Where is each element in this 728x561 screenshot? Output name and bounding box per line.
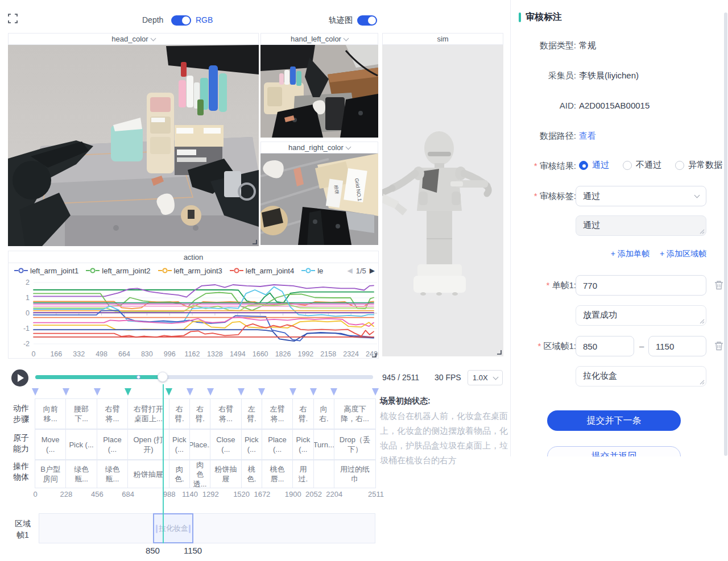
result-radio-异常数据[interactable]: 异常数据: [675, 160, 722, 171]
step-cell[interactable]: 右臂.: [292, 398, 313, 429]
step-cell[interactable]: 桃色.: [241, 460, 262, 488]
step-cell[interactable]: 左臂.: [241, 398, 262, 429]
step-cell[interactable]: 腰部下...: [65, 398, 97, 429]
step-cell[interactable]: Turn...: [313, 429, 334, 460]
step-cell[interactable]: Drop（丢下）: [334, 429, 376, 460]
timeline-marker-2511[interactable]: [372, 388, 379, 396]
trash-icon[interactable]: [714, 341, 723, 351]
single-frame-desc-textarea[interactable]: 放置成功: [576, 305, 706, 326]
legend-item-left_arm_joint2[interactable]: left_arm_joint2: [86, 267, 150, 275]
step-cell[interactable]: 左臂将...: [262, 398, 293, 429]
depth-rgb-toggle[interactable]: [171, 15, 191, 26]
step-cell[interactable]: Pick (...: [169, 429, 190, 460]
timeline-marker-1292[interactable]: [207, 388, 214, 396]
step-cell[interactable]: 桃色唇...: [262, 460, 293, 488]
region-block[interactable]: 拉化妆盒: [153, 513, 193, 543]
chevron-down-icon: [694, 193, 700, 198]
step-cell[interactable]: Move (...: [35, 429, 66, 460]
legend-item-le[interactable]: le: [301, 267, 323, 275]
legend-next-icon[interactable]: ▶: [370, 267, 375, 275]
hand-right-camera-title[interactable]: hand_right_color: [260, 142, 378, 153]
resize-corner-icon[interactable]: [252, 239, 257, 244]
timeline-marker-456[interactable]: [94, 388, 101, 396]
step-cell[interactable]: Pick (...: [292, 429, 313, 460]
tag-select[interactable]: 通过: [576, 186, 706, 206]
submit-back-button[interactable]: 提交并返回: [547, 446, 681, 456]
collector-label: 采集员:: [511, 70, 576, 81]
timeline-slider[interactable]: [35, 375, 373, 379]
step-cell[interactable]: 右臂将...: [97, 398, 128, 429]
step-cell[interactable]: [313, 460, 334, 488]
data-path-link[interactable]: 查看: [579, 131, 596, 142]
step-cell[interactable]: 用过的纸巾: [334, 460, 376, 488]
timeline-marker-2204[interactable]: [330, 388, 337, 396]
chart-legend: left_arm_joint1left_arm_joint2left_arm_j…: [9, 263, 378, 278]
resize-grip-icon[interactable]: [699, 379, 705, 385]
timeline-marker-2052[interactable]: [310, 388, 317, 396]
region-desc-textarea[interactable]: 拉化妆盒: [576, 366, 706, 387]
step-cell[interactable]: 绿色瓶...: [65, 460, 97, 488]
add-frame-links: + 添加单帧 + 添加区域帧: [576, 249, 706, 259]
step-cell[interactable]: Pick (...: [65, 429, 97, 460]
timeline-marker-988[interactable]: [166, 388, 172, 396]
sim-panel: sim: [382, 33, 503, 356]
head-camera-title[interactable]: head_color: [8, 33, 259, 45]
add-single-frame-link[interactable]: + 添加单帧: [611, 249, 650, 259]
step-cell[interactable]: 右臂.: [189, 398, 210, 429]
step-cell[interactable]: Close (...: [210, 429, 241, 460]
playback-speed-select[interactable]: 1.0X: [468, 370, 503, 385]
step-cell[interactable]: 肉色.: [169, 460, 190, 488]
region-end-input[interactable]: [648, 336, 706, 356]
timeline-marker-228[interactable]: [63, 388, 69, 396]
timeline-marker-684[interactable]: [125, 388, 131, 396]
resize-corner-icon[interactable]: [497, 350, 502, 355]
result-radio-通过[interactable]: 通过: [579, 160, 609, 171]
result-radio-不通过[interactable]: 不通过: [623, 160, 661, 171]
play-button[interactable]: [11, 369, 28, 387]
step-cell[interactable]: 绿色瓶...: [97, 460, 128, 488]
step-cell[interactable]: 肉色透...: [189, 460, 210, 488]
trajectory-toggle[interactable]: [357, 15, 377, 26]
trash-icon[interactable]: [714, 280, 723, 290]
submit-next-button[interactable]: 提交并下一条: [547, 410, 681, 431]
single-frame-input[interactable]: [576, 275, 706, 296]
step-cell[interactable]: 粉饼抽屉: [210, 460, 241, 488]
step-cell[interactable]: 高度下降，右...: [334, 398, 376, 429]
step-cell[interactable]: Place (...: [262, 429, 293, 460]
sim-robot-view[interactable]: [382, 45, 503, 356]
timeline-marker-0[interactable]: [32, 388, 39, 396]
step-cell[interactable]: 用过.: [292, 460, 313, 488]
region-start-input[interactable]: [576, 336, 634, 356]
legend-item-left_arm_joint1[interactable]: left_arm_joint1: [14, 267, 78, 275]
timeline-slider-handle[interactable]: [158, 372, 168, 382]
step-cell[interactable]: 右臂将...: [210, 398, 241, 429]
axis-tick-2052: 2052: [305, 490, 322, 498]
step-cell[interactable]: 向右.: [313, 398, 334, 429]
playhead-line[interactable]: [163, 384, 164, 543]
hand-left-camera-title[interactable]: hand_left_color: [260, 33, 378, 45]
axis-tick-1672: 1672: [254, 490, 270, 498]
add-region-frame-link[interactable]: + 添加区域帧: [660, 249, 706, 259]
tag-textarea[interactable]: 通过: [576, 215, 706, 236]
resize-corner-icon[interactable]: [371, 352, 377, 358]
region-right-handle[interactable]: [189, 525, 191, 533]
step-cell[interactable]: 向前移...: [35, 398, 66, 429]
timeline-marker-1672[interactable]: [258, 388, 265, 396]
timeline-marker-1520[interactable]: [238, 388, 245, 396]
region-left-handle[interactable]: [156, 525, 158, 533]
resize-grip-icon[interactable]: [699, 228, 705, 234]
step-cell[interactable]: Place..: [189, 429, 210, 460]
resize-grip-icon[interactable]: [699, 318, 705, 324]
fullscreen-icon[interactable]: [8, 14, 18, 23]
panel-scrollbar[interactable]: [724, 13, 727, 456]
step-cell[interactable]: B户型房间: [35, 460, 66, 488]
legend-item-left_arm_joint4[interactable]: left_arm_joint4: [230, 267, 294, 275]
step-cell[interactable]: 右臂.: [169, 398, 190, 429]
region-track[interactable]: 拉化妆盒: [39, 513, 375, 543]
timeline-marker-1140[interactable]: [187, 388, 193, 396]
step-cell[interactable]: Place (...: [97, 429, 128, 460]
legend-prev-icon[interactable]: ◀: [347, 267, 352, 275]
timeline-marker-1900[interactable]: [289, 388, 296, 396]
legend-item-left_arm_joint3[interactable]: left_arm_joint3: [158, 267, 222, 275]
step-cell[interactable]: Pick (...: [241, 429, 262, 460]
